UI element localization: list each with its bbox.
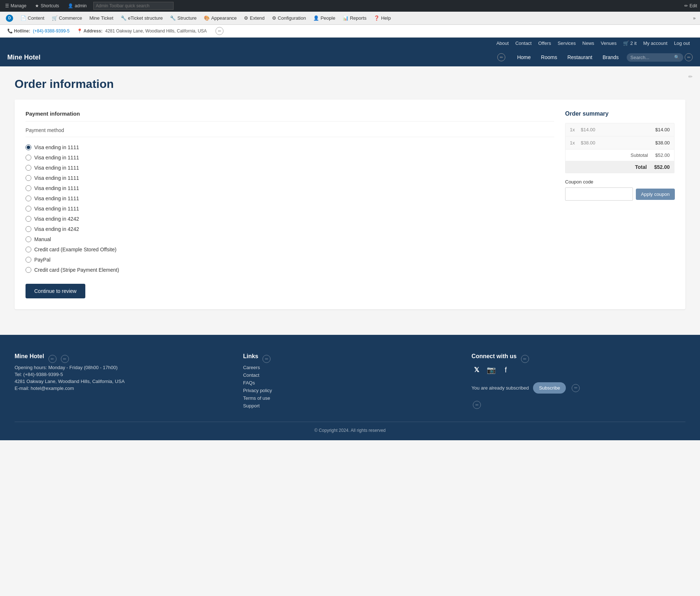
site-logo[interactable]: Mine Hotel (7, 54, 40, 61)
nav-help[interactable]: ❓ Help (371, 14, 394, 22)
help-icon: ❓ (374, 15, 380, 21)
nav-brands[interactable]: Brands (598, 52, 623, 62)
payment-option-9[interactable]: Manual (26, 234, 554, 244)
nav-appearance[interactable]: 🎨 Appearance (201, 14, 240, 22)
shortcuts-button[interactable]: ★ Shortcuts (33, 0, 61, 12)
payment-section-title: Payment information (26, 111, 554, 121)
coupon-input[interactable] (565, 187, 633, 201)
twitter-icon[interactable]: 𝕏 (471, 365, 482, 375)
nav-edit-button[interactable]: ✏ (685, 53, 693, 61)
payment-radio-1[interactable] (26, 155, 31, 160)
my-account-link[interactable]: My account (640, 39, 670, 47)
item-unit-price-1: $38.00 (581, 140, 655, 146)
payment-radio-4[interactable] (26, 185, 31, 191)
payment-radio-7[interactable] (26, 216, 31, 222)
footer-link-careers[interactable]: Careers (243, 365, 457, 370)
nav-eticket-structure[interactable]: 🔧 eTicket structure (118, 14, 166, 22)
drupal-logo[interactable]: D (3, 13, 16, 23)
payment-radio-5[interactable] (26, 196, 31, 201)
top-nav-services[interactable]: Services (555, 39, 579, 47)
payment-radio-10[interactable] (26, 247, 31, 252)
page-edit-button[interactable]: ✏ (688, 74, 693, 80)
footer-col2-title: Links (243, 353, 258, 360)
infobar-edit-button[interactable]: ✏ (215, 27, 223, 35)
item-qty-0: 1x (570, 127, 581, 132)
footer-link-terms[interactable]: Terms of use (243, 395, 457, 401)
footer-link-privacy[interactable]: Privacy policy (243, 388, 457, 393)
nav-mine-ticket[interactable]: Mine Ticket (86, 14, 116, 22)
subtotal-label: Subtotal (631, 152, 648, 158)
payment-option-10[interactable]: Credit card (Example Stored Offsite) (26, 244, 554, 255)
footer-col1-edit[interactable]: ✏ (48, 355, 57, 363)
payment-option-4[interactable]: Visa ending in 1111 (26, 183, 554, 193)
nav-restaurant[interactable]: Restaurant (563, 52, 596, 62)
nav-people[interactable]: 👤 People (310, 14, 338, 22)
payment-option-8[interactable]: Visa ending in 4242 (26, 224, 554, 234)
payment-option-7[interactable]: Visa ending in 4242 (26, 214, 554, 224)
top-nav-contact[interactable]: Contact (512, 39, 534, 47)
footer-link-support[interactable]: Support (243, 403, 457, 409)
facebook-icon[interactable]: f (501, 365, 511, 375)
payment-label-7: Visa ending in 4242 (34, 216, 79, 222)
nav-structure[interactable]: 🔧 Structure (167, 14, 199, 22)
payment-radio-3[interactable] (26, 175, 31, 181)
footer-hours: Opening hours: Monday - Friday (08h00 - … (15, 365, 229, 370)
payment-radio-11[interactable] (26, 257, 31, 263)
footer-link-contact[interactable]: Contact (243, 372, 457, 378)
nav-content[interactable]: 📄 Content (18, 14, 47, 22)
commerce-icon: 🛒 (52, 15, 58, 21)
page-title: Order information (15, 77, 685, 91)
footer-bottom-edit[interactable]: ✏ (473, 401, 481, 409)
footer-col2-edit[interactable]: ✏ (262, 355, 271, 363)
logo-edit-button[interactable]: ✏ (497, 53, 505, 61)
footer-link-faqs[interactable]: FAQs (243, 380, 457, 386)
payment-option-3[interactable]: Visa ending in 1111 (26, 173, 554, 183)
top-nav-links-bar: About Contact Offers Services News Venue… (0, 38, 700, 48)
payment-radio-8[interactable] (26, 226, 31, 232)
payment-option-0[interactable]: Visa ending in 1111 (26, 142, 554, 152)
payment-radio-12[interactable] (26, 267, 31, 273)
payment-radio-6[interactable] (26, 206, 31, 212)
apply-coupon-button[interactable]: Apply coupon (636, 189, 675, 200)
payment-option-11[interactable]: PayPal (26, 255, 554, 265)
payment-option-1[interactable]: Visa ending in 1111 (26, 152, 554, 163)
footer-col1-edit2[interactable]: ✏ (61, 355, 69, 363)
manage-button[interactable]: ☰ Manage (3, 0, 28, 12)
payment-label-8: Visa ending in 4242 (34, 226, 79, 232)
total-label: Total (635, 164, 647, 170)
logout-link[interactable]: Log out (671, 39, 693, 47)
top-nav-about[interactable]: About (493, 39, 512, 47)
top-nav-news[interactable]: News (579, 39, 597, 47)
payment-radio-9[interactable] (26, 236, 31, 242)
admin-search-input[interactable] (93, 2, 174, 10)
payment-radio-2[interactable] (26, 165, 31, 171)
top-nav-venues[interactable]: Venues (598, 39, 619, 47)
payment-option-6[interactable]: Visa ending in 1111 (26, 204, 554, 214)
nav-home[interactable]: Home (513, 52, 535, 62)
coupon-label: Coupon code (565, 179, 674, 185)
instagram-icon[interactable]: 📷 (486, 365, 496, 375)
cart-button[interactable]: 🛒 2 it (620, 39, 639, 47)
payment-label-6: Visa ending in 1111 (34, 206, 79, 212)
nav-rooms[interactable]: Rooms (537, 52, 561, 62)
main-search-input[interactable] (630, 55, 674, 60)
nav-expand-button[interactable]: » (692, 14, 697, 22)
edit-button[interactable]: ✏ Edit (684, 3, 697, 8)
footer-col3-edit[interactable]: ✏ (521, 355, 529, 363)
payment-option-12[interactable]: Credit card (Stripe Payment Element) (26, 265, 554, 275)
nav-commerce[interactable]: 🛒 Commerce (49, 14, 85, 22)
payment-option-2[interactable]: Visa ending in 1111 (26, 163, 554, 173)
subscribe-button[interactable]: Subscribe (533, 382, 566, 394)
payment-radio-0[interactable] (26, 144, 31, 150)
continue-to-review-button[interactable]: Continue to review (26, 284, 85, 298)
subscribe-edit[interactable]: ✏ (572, 384, 580, 392)
appearance-icon: 🎨 (204, 15, 210, 21)
nav-extend[interactable]: ⚙ Extend (241, 14, 267, 22)
order-card: Payment information Payment method Visa … (15, 100, 685, 309)
payment-option-5[interactable]: Visa ending in 1111 (26, 193, 554, 204)
toolbar-search-container (93, 2, 174, 10)
nav-configuration[interactable]: ⚙ Configuration (269, 14, 309, 22)
admin-user-button[interactable]: 👤 admin (66, 0, 89, 12)
nav-reports[interactable]: 📊 Reports (340, 14, 370, 22)
top-nav-offers[interactable]: Offers (535, 39, 554, 47)
